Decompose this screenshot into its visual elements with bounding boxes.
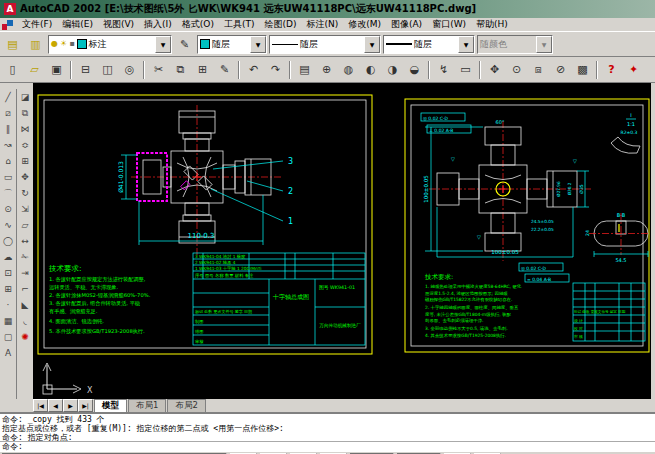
redo-button[interactable]: ↷ [265,59,286,80]
dbconnect-button[interactable]: ▤ [294,59,315,80]
menu-draw[interactable]: 绘图(D) [259,18,301,31]
hatch-button[interactable]: ▦ [1,313,16,329]
script-button[interactable]: ↯ [433,59,454,80]
meet-now-button[interactable]: ◑ [382,59,403,80]
mtext-button[interactable]: A [1,345,16,361]
linetype-combobox[interactable]: 随层 ▼ [269,35,381,54]
stretch-button[interactable]: ▱ [18,217,33,233]
layer-dropdown-arrow[interactable]: ▼ [155,36,171,53]
undo-button[interactable]: ↶ [243,59,264,80]
app-icon[interactable]: A [4,3,16,15]
lineweight-dropdown-arrow[interactable]: ▼ [458,36,474,53]
new-button[interactable]: ▯ [2,59,23,80]
polygon-button[interactable]: ⌂ [1,153,16,169]
layer-states-button[interactable]: ▥ [25,34,46,55]
publish-web-button[interactable]: ◍ [338,59,359,80]
next-tab-button[interactable]: ▶ [63,399,78,412]
linetype-dropdown-arrow[interactable]: ▼ [364,36,380,53]
copy-clip-button[interactable]: ⧉ [170,59,191,80]
menu-help[interactable]: 帮助(H) [471,18,513,31]
multiline-button[interactable]: ∥ [1,121,16,137]
active-assistance-button[interactable]: ✦ [623,59,644,80]
paste-button[interactable]: ⊞ [192,59,213,80]
array-button[interactable]: ⊞ [18,153,33,169]
menu-modify[interactable]: 修改(M) [343,18,386,31]
zoom-previous-button[interactable]: ⊘ [550,59,571,80]
tablet-button[interactable]: ▭ [455,59,476,80]
lengthen-button[interactable]: ↔ [18,233,33,249]
fillet-button[interactable]: ◟ [18,313,33,329]
make-layer-current-button[interactable]: ✎ [174,34,195,55]
hyperlink-button[interactable]: ⊕ [316,59,337,80]
explode-button[interactable]: ✺ [18,329,33,345]
open-button[interactable]: ▱ [24,59,45,80]
scale-button[interactable]: ⇲ [18,201,33,217]
construction-line-button[interactable]: ⧄ [1,105,16,121]
layer-freeze-icon[interactable]: ☀ [60,40,67,48]
color-combobox[interactable]: 随层 ▼ [197,35,267,54]
color-dropdown-arrow[interactable]: ▼ [250,36,266,53]
prev-tab-button[interactable]: ◀ [48,399,63,412]
menu-view[interactable]: 视图(V) [98,18,139,31]
line-button[interactable]: ╱ [1,89,16,105]
polyline-button[interactable]: ↝ [1,137,16,153]
arc-button[interactable]: ⌒ [1,185,16,201]
rectangle-button[interactable]: ▭ [1,169,16,185]
ellipse-button[interactable]: ◯ [1,233,16,249]
menu-file[interactable]: 文件(F) [17,18,57,31]
break-button[interactable]: ⌐ [18,281,33,297]
command-history[interactable]: 命令: _copy 找到 433 个 指定基点或位移，或者 [重复(M)]: 指… [0,414,655,441]
tab-layout1[interactable]: 布局1 [128,399,166,412]
layer-combobox[interactable]: ● ☀ ▪ 标注 ▼ [48,35,172,54]
insert-block-button[interactable]: ⊡ [1,265,16,281]
spline-button[interactable]: ∿ [1,217,16,233]
cut-button[interactable]: ✂ [148,59,169,80]
layer-lock-icon[interactable]: ▪ [69,40,74,48]
circle-button[interactable]: ⊙ [1,201,16,217]
menu-image[interactable]: 图像(A) [386,18,427,31]
model-space[interactable]: 110-0.3 Ø41-0.013 3 2 1 技术要求: [33,83,651,399]
offset-button[interactable]: ≎ [18,137,33,153]
trim-button[interactable]: ✁ [18,249,33,265]
document-control-icon[interactable] [2,20,14,30]
erase-button[interactable]: ◪ [18,89,33,105]
etransmit-button[interactable]: ◐ [360,59,381,80]
menu-tools[interactable]: 工具(T) [219,18,260,31]
menu-format[interactable]: 格式(O) [177,18,219,31]
find-button[interactable]: ◎ [119,59,140,80]
pan-button[interactable]: ✥ [484,59,505,80]
make-block-button[interactable]: ⊞ [1,281,16,297]
title-bar[interactable]: A AutoCAD 2002 [E:\技术图纸\5外 匕WK\WK941 远东U… [0,0,655,18]
command-window[interactable]: 命令: _copy 找到 433 个 指定基点或位移，或者 [重复(M)]: 指… [0,412,655,451]
aerial-view-button[interactable]: ▩ [572,59,593,80]
first-tab-button[interactable]: |◀ [33,399,48,412]
layers-button[interactable]: ▤ [2,34,23,55]
layer-color-swatch[interactable] [77,39,87,49]
menu-window[interactable]: 窗口(W) [427,18,471,31]
layer-on-icon[interactable]: ● [51,40,58,48]
menu-dimension[interactable]: 标注(N) [301,18,343,31]
last-tab-button[interactable]: ▶| [78,399,93,412]
revision-cloud-button[interactable]: ☁ [1,249,16,265]
copy-object-button[interactable]: ⧉ [18,105,33,121]
rotate-button[interactable]: ↻ [18,185,33,201]
drawing-canvas[interactable]: 110-0.3 Ø41-0.013 3 2 1 技术要求: [33,83,655,399]
save-button[interactable]: ▣ [46,59,67,80]
region-button[interactable]: ▢ [1,329,16,345]
move-button[interactable]: ✥ [18,169,33,185]
chamfer-button[interactable]: ◣ [18,297,33,313]
menu-edit[interactable]: 编辑(E) [57,18,98,31]
help-button[interactable]: ? [601,59,622,80]
match-properties-button[interactable]: ✎ [214,59,235,80]
lineweight-combobox[interactable]: 随层 ▼ [383,35,475,54]
tab-layout2[interactable]: 布局2 [167,399,205,412]
mirror-button[interactable]: ⋈ [18,121,33,137]
zoom-window-button[interactable]: ⧈ [528,59,549,80]
extend-button[interactable]: ⇥ [18,265,33,281]
tab-model[interactable]: 模型 [94,399,127,412]
zoom-realtime-button[interactable]: ⊙ [506,59,527,80]
point-button[interactable]: · [1,297,16,313]
command-input[interactable]: 命令: [0,441,655,451]
menu-insert[interactable]: 插入(I) [139,18,177,31]
print-button[interactable]: ⊟ [75,59,96,80]
